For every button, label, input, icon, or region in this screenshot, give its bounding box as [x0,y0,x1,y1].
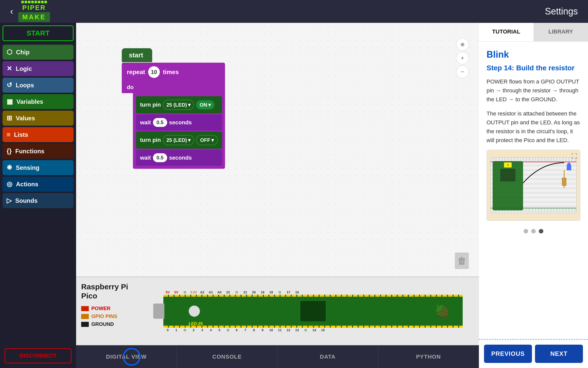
tab-tutorial[interactable]: TUTORIAL [479,23,533,41]
tab-digital-view[interactable]: DIGITAL VIEW [76,346,177,368]
hardware-panel: Raspberry Pi Pico POWER GPIO PINS GROUND [76,277,479,345]
off-dropdown[interactable]: OFF ▾ [196,135,218,145]
header: ‹ PIPER MAKE [0,0,588,23]
ground-color-box [81,322,89,327]
legend-gpio: GPIO PINS [81,313,142,319]
block-wait-2[interactable]: wait 0.5 seconds [136,150,222,166]
back-button[interactable]: ‹ [10,6,13,17]
ground-label: GROUND [91,321,114,327]
tab-python[interactable]: PYTHON [378,346,479,368]
nav-buttons: PREVIOUS NEXT [479,339,588,368]
sidebar-item-logic[interactable]: ✕ Logic [3,61,74,76]
zoom-in-button[interactable]: + [456,52,469,64]
tutorial-para1: POWER flows from a GPIO OUTPUT pin → thr… [487,77,580,104]
hardware-legend: POWER GPIO PINS GROUND [81,306,142,327]
home-button[interactable]: ⊕ [456,38,469,51]
logo-make: MAKE [22,13,46,21]
pico-visual: 5V 5V G 3.3V A2 A1 A0 22 G 21 20 19 18 G… [147,277,479,345]
logic-icon: ✕ [7,65,12,73]
tab-console[interactable]: CONSOLE [177,346,278,368]
block-turn-off[interactable]: turn pin 25 (LED) ▾ OFF ▾ [136,131,222,149]
header-left: ‹ PIPER MAKE [10,1,50,22]
block-turn-on[interactable]: turn pin 25 (LED) ▾ ON ▾ [136,96,222,113]
tutorial-content: Blink Step 14: Build the resistor POWER … [479,42,588,339]
lists-icon: ≡ [7,131,10,139]
logo-piper: PIPER [22,4,46,12]
next-button[interactable]: NEXT [535,345,583,363]
sidebar-item-label: Logic [16,65,32,72]
block-do: do [122,81,225,93]
wait-num-2[interactable]: 0.5 [153,153,167,162]
canvas-workspace[interactable]: ⊕ + − 🗑 start repeat 10 [76,23,479,277]
sidebar-item-sounds[interactable]: ▷ Sounds [3,193,74,208]
expand-icon[interactable]: ⛶ [571,153,577,160]
sidebar-item-lists[interactable]: ≡ Lists [3,127,74,142]
tutorial-para2: The resistor is attached between the OUT… [487,109,580,145]
sidebar-item-label: Loops [16,82,34,89]
tutorial-title: Blink [487,49,580,60]
sidebar-item-label: Chip [16,49,29,56]
tutorial-step: Step 14: Build the resistor [487,64,580,72]
sidebar-item-label: Sounds [15,197,38,204]
sidebar-item-label: Lists [14,131,28,138]
legend-ground: GROUND [81,321,142,327]
sidebar-item-label: Variables [16,98,43,105]
wait-num-1[interactable]: 0.5 [153,118,167,127]
block-wait-1[interactable]: wait 0.5 seconds [136,114,222,130]
on-dropdown[interactable]: ON ▾ [196,100,214,109]
canvas-area: ⊕ + − 🗑 start repeat 10 [76,23,479,368]
sidebar-item-label: Values [16,115,35,122]
functions-icon: {} [7,147,12,155]
previous-button[interactable]: PREVIOUS [484,345,532,363]
tab-data[interactable]: DATA [278,346,378,368]
disconnect-button[interactable]: DISCONNECT [5,348,72,363]
nav-dot-2[interactable] [531,229,536,233]
pin-labels-bottom: 0 1 G 2 3 4 5 G 6 7 8 9 10 11 12 13 G [147,328,479,332]
actions-icon: ◎ [7,180,12,188]
hardware-title: Raspberry Pi Pico [81,282,142,300]
bottom-tabs: DIGITAL VIEW CONSOLE DATA PYTHON [76,345,479,368]
block-start[interactable]: start [122,48,152,62]
top-pins [163,295,463,297]
power-label: POWER [91,306,111,311]
nav-dot-3[interactable] [539,229,543,233]
gpio-label: GPIO PINS [91,313,117,319]
pin-dropdown[interactable]: 25 (LED) ▾ [163,100,194,110]
main-layout: START ⬡ Chip ✕ Logic ↺ Loops ▦ Variables… [0,23,588,368]
sidebar-item-label: Actions [16,181,38,188]
sidebar-item-values[interactable]: ⊞ Values [3,111,74,126]
legend-power: POWER [81,306,142,311]
digital-view-highlight [123,348,141,366]
block-repeat[interactable]: repeat 10 times [122,63,225,81]
main-chip [300,301,326,321]
repeat-num[interactable]: 10 [148,66,160,78]
power-color-box [81,306,89,311]
hardware-info: Raspberry Pi Pico POWER GPIO PINS GROUND [76,277,147,345]
svg-rect-1 [562,178,566,186]
sidebar-item-chip[interactable]: ⬡ Chip [3,45,74,60]
pin-labels-top: 5V 5V G 3.3V A2 A1 A0 22 G 21 20 19 18 G… [147,290,479,294]
usb-port [153,304,164,319]
sidebar-item-actions[interactable]: ◎ Actions [3,177,74,192]
nav-dot-1[interactable] [524,229,528,233]
sidebar-item-variables[interactable]: ▦ Variables [3,94,74,109]
trash-icon[interactable]: 🗑 [455,253,469,269]
tab-library[interactable]: LIBRARY [533,23,588,41]
zoom-out-button[interactable]: − [456,65,469,78]
pin-dropdown-2[interactable]: 25 (LED) ▾ [163,135,194,145]
tutorial-image: G [487,150,580,221]
reset-button[interactable] [189,306,200,317]
sidebar-item-functions[interactable]: {} Functions [3,144,74,159]
raspberry-logo: 🍓 [434,304,450,319]
sidebar-item-loops[interactable]: ↺ Loops [3,78,74,93]
right-panel: TUTORIAL LIBRARY Blink Step 14: Build th… [479,23,588,368]
zoom-controls: ⊕ + − [456,38,469,78]
settings-button[interactable]: Settings [545,6,578,17]
pico-board: LED:25 🍓 [163,295,463,328]
sidebar-item-sensing[interactable]: ❋ Sensing [3,160,74,175]
gpio-color-box [81,314,89,319]
start-button[interactable]: START [3,25,74,41]
loops-icon: ↺ [7,81,12,89]
variables-icon: ▦ [7,98,13,106]
values-icon: ⊞ [7,114,12,122]
